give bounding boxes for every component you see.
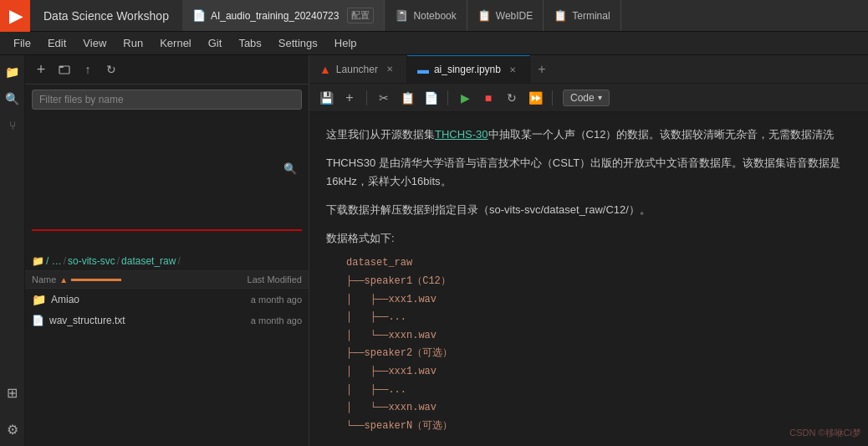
ai-singer-tab-close[interactable]: ✕: [506, 63, 519, 76]
config-badge[interactable]: 配置: [347, 8, 374, 23]
top-tab-icon-audio: 📄: [192, 9, 206, 22]
tab-launcher[interactable]: ▲ Launcher ✕: [309, 55, 407, 83]
launcher-tab-close[interactable]: ✕: [383, 63, 396, 76]
add-cell-btn[interactable]: +: [340, 88, 360, 108]
menu-bar: FileEditViewRunKernelGitTabsSettingsHelp: [0, 32, 868, 55]
menu-item-git[interactable]: Git: [202, 32, 229, 54]
file-item-amiao[interactable]: 📁 Amiao a month ago: [25, 289, 309, 310]
file-name-amiao: Amiao: [51, 294, 197, 305]
breadcrumb: 📁 / … / so-vits-svc / dataset_raw /: [25, 252, 309, 271]
content-tab-bar: ▲ Launcher ✕ ▬ ai_singer.ipynb ✕ +: [309, 55, 868, 84]
menu-item-settings[interactable]: Settings: [272, 32, 324, 54]
menu-item-view[interactable]: View: [76, 32, 113, 54]
file-item-wav-structure[interactable]: 📄 wav_structure.txt a month ago: [25, 310, 309, 331]
menu-item-file[interactable]: File: [7, 32, 38, 54]
top-tab-icon-webide: 📋: [477, 9, 491, 22]
breadcrumb-svc[interactable]: so-vits-svc: [68, 255, 115, 267]
filter-input-wrapper: 🔍: [32, 90, 302, 247]
cut-btn[interactable]: ✂: [374, 88, 394, 108]
refresh-button[interactable]: ↻: [102, 60, 120, 79]
run-btn[interactable]: ▶: [455, 88, 475, 108]
file-modified-wav-structure: a month ago: [202, 315, 302, 326]
toolbar-separator-3: [552, 90, 553, 105]
dropdown-chevron-icon: ▾: [598, 93, 602, 102]
filter-search-icon[interactable]: 🔍: [283, 162, 297, 175]
sidebar-icon-git[interactable]: ⑂: [3, 115, 23, 136]
content-area: ▲ Launcher ✕ ▬ ai_singer.ipynb ✕ + 💾 + ✂…: [309, 55, 868, 446]
sidebar-icon-rail: 📁 🔍 ⑂ ⊞ ⚙: [0, 55, 25, 446]
cell-type-dropdown[interactable]: Code ▾: [563, 90, 610, 106]
code-block-format: dataset_raw ├──speaker1（C12） │ ├──xxx1.w…: [346, 254, 851, 435]
paste-btn[interactable]: 📄: [421, 88, 441, 108]
filter-input[interactable]: [32, 90, 302, 110]
top-tab-notebook[interactable]: 📓Notebook: [385, 0, 467, 31]
new-content-tab-button[interactable]: +: [530, 62, 554, 77]
paragraph-3: 下载数据并解压数据到指定目录（so-vits-svc/dataset_raw/C…: [326, 201, 851, 219]
notebook-tab-icon: ▬: [417, 63, 429, 76]
cell-type-label: Code: [570, 92, 595, 104]
tab-ai-singer[interactable]: ▬ ai_singer.ipynb ✕: [407, 55, 530, 83]
menu-item-help[interactable]: Help: [328, 32, 364, 54]
col-modified-header[interactable]: Last Modified: [202, 274, 302, 285]
title-bar: ▶ Data Science Workshop 📄AI_audio_traini…: [0, 0, 868, 32]
menu-item-run[interactable]: Run: [116, 32, 150, 54]
toolbar-separator-2: [447, 90, 448, 105]
top-tab-bar: 📄AI_audio_training_20240723配置📓Notebook📋W…: [182, 0, 868, 31]
toolbar-separator: [366, 90, 367, 105]
restart-btn[interactable]: ↻: [502, 88, 522, 108]
save-toolbar-btn[interactable]: 💾: [316, 88, 336, 108]
content-toolbar: 💾 + ✂ 📋 📄 ▶ ■ ↻ ⏩ Code ▾: [309, 84, 868, 112]
breadcrumb-dataset[interactable]: dataset_raw: [121, 255, 176, 267]
file-list-header: Name ▲ Last Modified: [25, 271, 309, 289]
new-file-button[interactable]: +: [32, 60, 50, 79]
sidebar-icon-search[interactable]: 🔍: [3, 89, 23, 109]
top-tab-icon-terminal: 📋: [554, 9, 567, 22]
app-logo: ▶: [0, 0, 30, 32]
content-body: 这里我们从开源数据集THCHS-30中抽取某一个人声（C12）的数据。该数据较清…: [309, 112, 868, 446]
launcher-tab-label: Launcher: [336, 64, 378, 75]
thchs30-link[interactable]: THCHS-30: [435, 128, 488, 141]
file-modified-amiao: a month ago: [202, 295, 302, 305]
file-icon: 📄: [32, 315, 44, 326]
folder-icon: 📁: [32, 293, 46, 306]
sidebar-icon-files[interactable]: 📁: [3, 62, 23, 82]
menu-item-tabs[interactable]: Tabs: [232, 32, 268, 54]
paragraph-1: 这里我们从开源数据集THCHS-30中抽取某一个人声（C12）的数据。该数据较清…: [326, 126, 851, 144]
file-panel-toolbar: + ↑ ↻: [25, 55, 309, 85]
top-tab-icon-notebook: 📓: [395, 9, 408, 22]
breadcrumb-root[interactable]: / …: [46, 255, 62, 267]
format-label: 数据格式如下:: [326, 229, 851, 248]
top-tab-audio[interactable]: 📄AI_audio_training_20240723配置: [182, 0, 385, 31]
menu-item-kernel[interactable]: Kernel: [153, 32, 198, 54]
main-layout: 📁 🔍 ⑂ ⊞ ⚙ + ↑ ↻ 🔍 📁 / … / so-vits-svc /: [0, 55, 868, 446]
file-list: 📁 Amiao a month ago 📄 wav_structure.txt …: [25, 289, 309, 446]
sidebar-icon-extensions[interactable]: ⊞: [3, 382, 23, 402]
stop-btn[interactable]: ■: [478, 88, 498, 108]
copy-btn[interactable]: 📋: [397, 88, 417, 108]
sort-arrow-icon: ▲: [59, 275, 68, 285]
new-folder-button[interactable]: [55, 60, 74, 79]
menu-item-edit[interactable]: Edit: [41, 32, 73, 54]
ai-singer-tab-label: ai_singer.ipynb: [434, 64, 501, 75]
sidebar-icon-settings[interactable]: ⚙: [3, 419, 23, 439]
top-tab-webide[interactable]: 📋WebIDE: [467, 0, 544, 31]
folder-icon: 📁: [32, 255, 44, 267]
upload-button[interactable]: ↑: [79, 60, 97, 79]
file-explorer-panel: + ↑ ↻ 🔍 📁 / … / so-vits-svc / dataset_ra…: [25, 55, 309, 446]
top-tab-terminal[interactable]: 📋Terminal: [544, 0, 620, 31]
app-title: Data Science Workshop: [30, 9, 182, 23]
fast-forward-btn[interactable]: ⏩: [525, 88, 545, 108]
file-name-wav-structure: wav_structure.txt: [49, 315, 197, 326]
paragraph-2: THCHS30 是由清华大学语音与语言技术中心（CSLT）出版的开放式中文语音数…: [326, 154, 851, 191]
launcher-tab-icon: ▲: [319, 63, 331, 76]
col-name-header[interactable]: Name ▲: [32, 274, 202, 285]
